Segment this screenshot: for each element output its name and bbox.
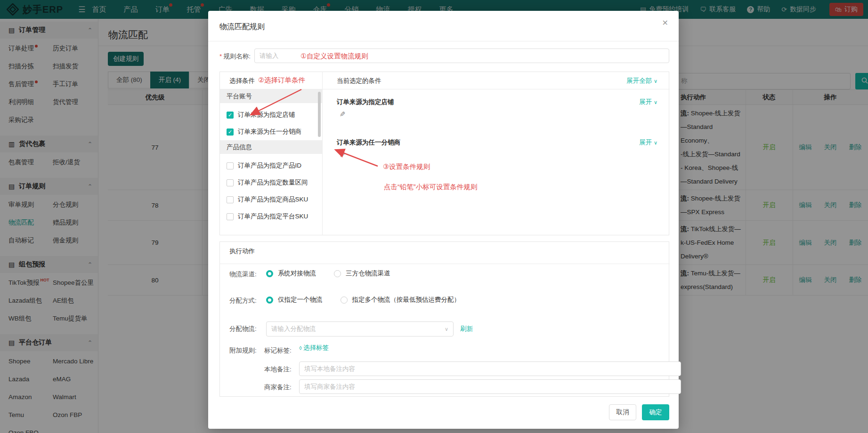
condition-list: 平台账号✓订单来源为指定店铺✓订单来源为任一分销商产品信息订单产品为指定产品ID… [220, 89, 322, 235]
condition-item-label: 订单来源为指定店铺 [238, 111, 295, 119]
divider [208, 41, 679, 41]
tag-icon: ⬨ [299, 344, 302, 352]
expand-all-link[interactable]: 展开全部 ∨ [626, 77, 657, 85]
condition-left-header: 选择条件 [229, 77, 255, 85]
logistics-select[interactable]: 请输入分配物流 ∨ [266, 321, 454, 337]
condition-item-label: 订单产品为指定数量区间 [238, 178, 308, 187]
checkbox-unchecked[interactable] [227, 179, 234, 186]
cancel-button[interactable]: 取消 [609, 404, 636, 420]
refresh-link[interactable]: 刷新 [460, 325, 473, 333]
mode-options: 仅指定一个物流指定多个物流（按最低预估运费分配） [266, 296, 473, 304]
channel-option-系统对接物流[interactable]: 系统对接物流 [278, 269, 316, 278]
condition-item-label: 订单产品为指定平台SKU [238, 212, 308, 221]
local-note-label: 本地备注: [264, 365, 292, 374]
select-tag-link[interactable]: ⬨ 选择标签 [299, 344, 329, 352]
radio-selected[interactable] [266, 297, 273, 304]
selected-condition-订单来源为指定店铺: 订单来源为指定店铺展开 ∨✎ [337, 98, 669, 130]
close-icon[interactable]: ✕ [662, 18, 668, 27]
condition-item-订单产品为指定数量区间[interactable]: 订单产品为指定数量区间 [220, 174, 322, 191]
checkbox-checked[interactable]: ✓ [227, 112, 234, 119]
condition-item-订单来源为指定店铺[interactable]: ✓订单来源为指定店铺 [220, 106, 322, 123]
radio-unselected[interactable] [341, 297, 348, 304]
chevron-down-icon: ∨ [654, 78, 657, 84]
checkbox-unchecked[interactable] [227, 196, 234, 203]
logistics-match-rule-modal: 物流匹配规则 ✕ *规则名称: ①自定义设置物流规则 选择条件 当前选定的条件 … [208, 11, 679, 429]
logistics-select-placeholder: 请输入分配物流 [271, 325, 316, 333]
condition-item-订单产品为指定商品SKU[interactable]: 订单产品为指定商品SKU [220, 191, 322, 208]
logistics-label: 分配物流: [229, 325, 257, 333]
condition-right-header: 当前选定的条件 [337, 77, 381, 85]
condition-item-label: 订单产品为指定产品ID [238, 161, 301, 170]
rule-name-input[interactable] [254, 48, 669, 63]
condition-item-订单产品为指定产品ID[interactable]: 订单产品为指定产品ID [220, 157, 322, 174]
mode-option-仅指定一个物流[interactable]: 仅指定一个物流 [278, 296, 323, 304]
condition-group-产品信息: 产品信息 [220, 140, 322, 154]
pencil-edit-icon[interactable]: ✎ [340, 151, 346, 159]
local-note-input[interactable] [299, 361, 681, 376]
modal-title: 物流匹配规则 [219, 22, 265, 32]
chevron-down-icon: ∨ [654, 140, 657, 145]
confirm-button[interactable]: 确定 [642, 404, 669, 420]
condition-item-订单产品为指定平台SKU[interactable]: 订单产品为指定平台SKU [220, 208, 322, 225]
expand-link[interactable]: 展开 ∨ [639, 138, 657, 147]
tag-label: 标记标签: [264, 346, 292, 355]
condition-item-订单来源为任一分销商[interactable]: ✓订单来源为任一分销商 [220, 123, 322, 140]
expand-link[interactable]: 展开 ∨ [639, 98, 657, 106]
radio-selected[interactable] [266, 270, 273, 277]
selected-condition-title: 订单来源为指定店铺 [337, 98, 669, 106]
selected-conditions: 订单来源为指定店铺展开 ∨✎订单来源为任一分销商展开 ∨✎ [337, 89, 669, 235]
merchant-note-input[interactable] [299, 379, 681, 394]
mode-label: 分配方式: [229, 297, 257, 305]
radio-unselected[interactable] [334, 270, 341, 277]
checkbox-unchecked[interactable] [227, 162, 234, 169]
channel-label: 物流渠道: [229, 270, 257, 279]
required-asterisk: * [219, 53, 222, 60]
merchant-note-label: 商家备注: [264, 383, 292, 392]
modal-footer: 取消 确定 [208, 401, 679, 429]
channel-options: 系统对接物流三方仓物流渠道 [266, 269, 404, 278]
mode-option-指定多个物流（按最低预估运费分配）[interactable]: 指定多个物流（按最低预估运费分配） [352, 296, 461, 304]
checkbox-unchecked[interactable] [227, 213, 234, 220]
condition-list-scrollbar[interactable] [318, 92, 321, 137]
chevron-down-icon: ∨ [445, 326, 448, 332]
channel-option-三方仓物流渠道[interactable]: 三方仓物流渠道 [346, 269, 390, 278]
condition-box: 选择条件 当前选定的条件 展开全部 ∨ 平台账号✓订单来源为指定店铺✓订单来源为… [219, 72, 669, 235]
checkbox-checked[interactable]: ✓ [227, 128, 234, 136]
extra-rules-label: 附加规则: [229, 346, 257, 355]
selected-condition-title: 订单来源为任一分销商 [337, 138, 669, 147]
pencil-edit-icon[interactable]: ✎ [340, 110, 346, 119]
condition-item-label: 订单产品为指定商品SKU [238, 195, 308, 204]
action-box: 执行动作 物流渠道: 系统对接物流三方仓物流渠道 分配方式: 仅指定一个物流指定… [219, 241, 669, 397]
divider [322, 72, 323, 235]
selected-condition-订单来源为任一分销商: 订单来源为任一分销商展开 ∨✎ [337, 138, 669, 170]
action-header: 执行动作 [229, 247, 255, 256]
rule-name-label: *规则名称: [219, 52, 251, 61]
app-root: 妙手ERP ☰ 首页产品订单托管广告数据采购仓库分销物流授权更多 ▤免费预约培训… [0, 0, 868, 433]
condition-group-平台账号: 平台账号 [220, 89, 322, 103]
divider [220, 264, 670, 264]
chevron-down-icon: ∨ [654, 99, 657, 105]
condition-item-label: 订单来源为任一分销商 [238, 128, 301, 136]
